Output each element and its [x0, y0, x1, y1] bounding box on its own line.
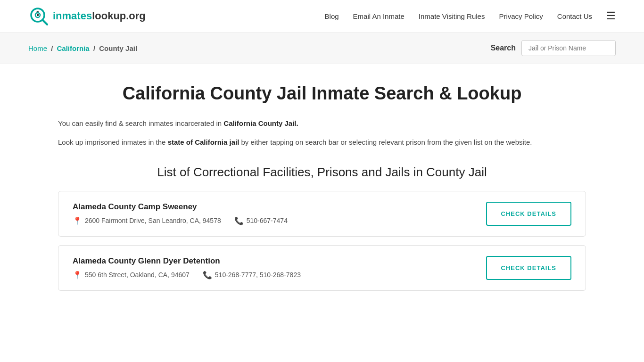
nav-contact-us[interactable]: Contact Us [557, 12, 592, 20]
facility-info-0: Alameda County Camp Sweeney 📍 2600 Fairm… [73, 202, 288, 225]
search-input[interactable] [521, 40, 616, 56]
main-content: California County Jail Inmate Search & L… [30, 64, 614, 328]
check-details-button-0[interactable]: CHECK DETAILS [486, 202, 571, 226]
main-nav: Blog Email An Inmate Inmate Visiting Rul… [325, 10, 616, 22]
site-header: inmateslookup.org Blog Email An Inmate I… [0, 0, 644, 33]
check-details-button-1[interactable]: CHECK DETAILS [486, 256, 571, 280]
nav-inmate-visiting-rules[interactable]: Inmate Visiting Rules [419, 12, 485, 20]
hamburger-icon[interactable]: ☰ [606, 10, 616, 22]
breadcrumb-page: County Jail [99, 44, 137, 52]
list-title: List of Correctional Facilities, Prisons… [58, 165, 586, 180]
phone-icon-0: 📞 [234, 216, 244, 225]
breadcrumb: Home / California / County Jail [28, 44, 137, 52]
facility-name-0: Alameda County Camp Sweeney [73, 202, 288, 212]
nav-privacy-policy[interactable]: Privacy Policy [499, 12, 543, 20]
site-logo[interactable]: inmateslookup.org [28, 6, 146, 26]
facility-card-1: Alameda County Glenn Dyer Detention 📍 55… [58, 245, 586, 291]
facility-address-0: 📍 2600 Fairmont Drive, San Leandro, CA, … [73, 216, 221, 225]
logo-text: inmateslookup.org [53, 10, 146, 22]
location-icon-1: 📍 [73, 271, 82, 280]
logo-icon [28, 6, 49, 26]
facility-phone-0: 📞 510-667-7474 [234, 216, 288, 225]
svg-rect-3 [37, 14, 39, 16]
location-icon-0: 📍 [73, 216, 82, 225]
nav-email-inmate[interactable]: Email An Inmate [353, 12, 405, 20]
search-label: Search [491, 44, 516, 52]
intro-paragraph-2: Look up imprisoned inmates in the state … [58, 137, 586, 148]
facility-info-1: Alameda County Glenn Dyer Detention 📍 55… [73, 256, 301, 280]
facility-card-0: Alameda County Camp Sweeney 📍 2600 Fairm… [58, 191, 586, 237]
breadcrumb-state[interactable]: California [57, 44, 90, 52]
phone-icon-1: 📞 [203, 271, 212, 280]
breadcrumb-home[interactable]: Home [28, 44, 47, 52]
breadcrumb-bar: Home / California / County Jail Search [0, 33, 644, 64]
svg-line-2 [42, 20, 47, 25]
facility-meta-0: 📍 2600 Fairmont Drive, San Leandro, CA, … [73, 216, 288, 225]
nav-blog[interactable]: Blog [325, 12, 339, 20]
facility-address-1: 📍 550 6th Street, Oakland, CA, 94607 [73, 271, 190, 280]
search-area: Search [491, 40, 616, 56]
facility-meta-1: 📍 550 6th Street, Oakland, CA, 94607 📞 5… [73, 271, 301, 280]
facility-name-1: Alameda County Glenn Dyer Detention [73, 256, 301, 266]
intro-paragraph-1: You can easily find & search inmates inc… [58, 118, 586, 129]
facility-phone-1: 📞 510-268-7777, 510-268-7823 [203, 271, 301, 280]
page-title: California County Jail Inmate Search & L… [58, 83, 586, 105]
